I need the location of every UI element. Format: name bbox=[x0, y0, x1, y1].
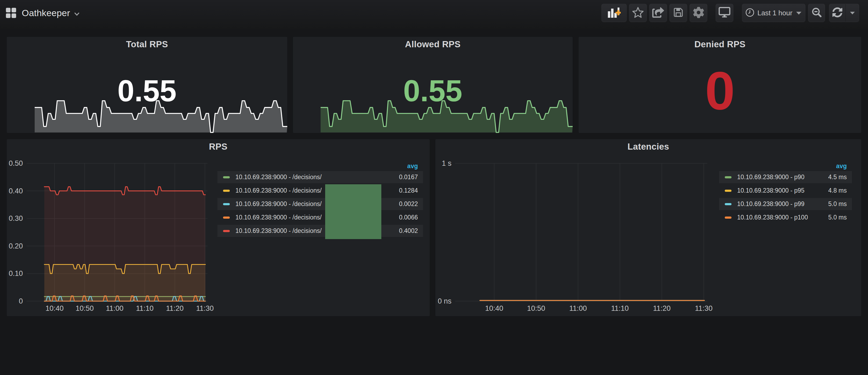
series-label[interactable]: 10.10.69.238:9000 - p99 bbox=[737, 200, 805, 208]
series-label[interactable]: 10.10.69.238:9000 - /decisions/ bbox=[236, 200, 322, 208]
legend-row: 10.10.69.238:9000 - /decisions/ 0.0167 bbox=[217, 171, 423, 183]
legend-row: 10.10.69.238:9000 - p100 5.0 ms bbox=[719, 211, 852, 223]
series-color-swatch[interactable] bbox=[725, 217, 732, 219]
x-tick-label: 11:30 bbox=[695, 304, 713, 312]
panel-allowed-rps: Allowed RPS 0.55 bbox=[293, 36, 573, 133]
y-tick-label: 0.30 bbox=[9, 214, 23, 222]
settings-button[interactable] bbox=[689, 4, 707, 22]
navbar: Oathkeeper bbox=[0, 0, 868, 29]
grafana-dashboards-grid-icon[interactable] bbox=[6, 8, 16, 18]
panel-rps: RPS 0.500.400.300.200.10010:4010:5011:00… bbox=[6, 139, 430, 316]
clock-icon bbox=[745, 8, 754, 18]
zoom-out-button[interactable] bbox=[808, 4, 825, 22]
dashboard-title-caret-icon[interactable] bbox=[74, 12, 79, 17]
x-tick-label: 10:40 bbox=[45, 304, 64, 312]
x-tick-label: 10:40 bbox=[485, 304, 503, 312]
refresh-split-button bbox=[829, 4, 859, 22]
dashboard-title[interactable]: Oathkeeper bbox=[22, 8, 70, 18]
series-fill bbox=[44, 187, 205, 301]
share-icon bbox=[652, 7, 664, 19]
y-tick-label: 0 ns bbox=[438, 297, 452, 305]
panel-denied-rps: Denied RPS 0 bbox=[578, 36, 862, 133]
panel-total-rps: Total RPS 0.55 bbox=[6, 36, 287, 133]
legend-row: 10.10.69.238:9000 - p95 4.8 ms bbox=[719, 185, 852, 197]
legend-row: 10.10.69.238:9000 - /decisions/ 0.1284 bbox=[217, 185, 423, 197]
y-tick-label: 0 bbox=[19, 297, 23, 305]
series-label[interactable]: 10.10.69.238:9000 - /decisions/ bbox=[236, 174, 322, 181]
legend-avg-header[interactable]: avg bbox=[407, 162, 418, 170]
time-range-picker[interactable]: Last 1 hour bbox=[742, 4, 805, 22]
series-color-swatch[interactable] bbox=[223, 203, 230, 205]
series-color-swatch[interactable] bbox=[725, 203, 732, 205]
panel-latencies: Latencies 1 s0 ns10:4010:5011:0011:1011:… bbox=[435, 139, 862, 316]
zoom-out-icon bbox=[811, 7, 822, 19]
x-tick-label: 11:10 bbox=[611, 304, 629, 312]
add-panel-icon bbox=[607, 7, 621, 19]
refresh-icon bbox=[832, 7, 842, 19]
x-tick-label: 10:50 bbox=[75, 304, 94, 312]
tv-mode-button[interactable] bbox=[716, 4, 733, 22]
rps-legend: avg 10.10.69.238:9000 - /decisions/ 0.01… bbox=[217, 158, 423, 238]
save-button[interactable] bbox=[670, 4, 687, 22]
x-tick-label: 11:00 bbox=[106, 304, 124, 312]
x-tick-label: 11:30 bbox=[196, 304, 214, 312]
gear-icon bbox=[693, 7, 704, 19]
series-label[interactable]: 10.10.69.238:9000 - /decisions/ bbox=[236, 187, 322, 194]
legend-row: 10.10.69.238:9000 - p90 4.5 ms bbox=[719, 171, 852, 183]
refresh-interval-caret-button[interactable] bbox=[846, 4, 859, 22]
latencies-legend: avg 10.10.69.238:9000 - p90 4.5 ms 10.10… bbox=[719, 158, 852, 225]
star-icon bbox=[632, 7, 644, 19]
series-avg-value: 4.8 ms bbox=[828, 187, 847, 194]
series-label[interactable]: 10.10.69.238:9000 - p100 bbox=[737, 214, 808, 221]
x-tick-label: 11:00 bbox=[569, 304, 587, 312]
series-avg-value: 0.1284 bbox=[399, 187, 418, 194]
time-range-label: Last 1 hour bbox=[757, 9, 792, 17]
refresh-button[interactable] bbox=[829, 4, 846, 22]
series-avg-value: 0.0167 bbox=[399, 174, 418, 181]
legend-avg-header[interactable]: avg bbox=[836, 162, 847, 170]
series-color-swatch[interactable] bbox=[725, 190, 732, 192]
x-tick-label: 10:50 bbox=[527, 304, 545, 312]
series-color-swatch[interactable] bbox=[725, 176, 732, 178]
allowed-rps-value: 0.55 bbox=[293, 37, 573, 133]
series-avg-value: 0.4002 bbox=[399, 227, 418, 235]
x-tick-label: 11:10 bbox=[136, 304, 154, 312]
series-avg-value: 0.0022 bbox=[399, 200, 418, 208]
y-tick-label: 0.20 bbox=[9, 242, 23, 250]
series-avg-value: 4.5 ms bbox=[828, 174, 847, 181]
legend-row: 10.10.69.238:9000 - /decisions/ 0.0066 bbox=[217, 211, 423, 223]
series-color-swatch[interactable] bbox=[223, 190, 230, 192]
y-tick-label: 1 s bbox=[442, 159, 452, 167]
add-panel-button[interactable] bbox=[601, 4, 627, 22]
star-button[interactable] bbox=[629, 4, 647, 22]
save-icon bbox=[673, 7, 684, 19]
time-range-caret-icon bbox=[796, 11, 802, 16]
denied-rps-value: 0 bbox=[579, 37, 861, 133]
total-rps-value: 0.55 bbox=[7, 37, 287, 133]
series-color-swatch[interactable] bbox=[223, 176, 230, 178]
legend-row: 10.10.69.238:9000 - /decisions/ 0.4002 bbox=[217, 225, 423, 237]
series-avg-value: 5.0 ms bbox=[828, 200, 847, 208]
legend-row: 10.10.69.238:9000 - /decisions/ 0.0022 bbox=[217, 198, 423, 210]
series-color-swatch[interactable] bbox=[223, 217, 230, 219]
series-label[interactable]: 10.10.69.238:9000 - /decisions/ bbox=[236, 214, 322, 221]
legend-row: 10.10.69.238:9000 - p99 5.0 ms bbox=[719, 198, 852, 210]
series-avg-value: 0.0066 bbox=[399, 214, 418, 221]
x-tick-label: 11:20 bbox=[653, 304, 671, 312]
x-tick-label: 11:20 bbox=[166, 304, 184, 312]
series-label[interactable]: 10.10.69.238:9000 - p90 bbox=[737, 174, 805, 181]
share-button[interactable] bbox=[649, 4, 667, 22]
series-label[interactable]: 10.10.69.238:9000 - p95 bbox=[737, 187, 805, 194]
series-color-swatch[interactable] bbox=[223, 230, 230, 232]
monitor-icon bbox=[719, 7, 731, 19]
series-avg-value: 5.0 ms bbox=[828, 214, 847, 221]
y-tick-label: 0.40 bbox=[9, 187, 23, 195]
series-label[interactable]: 10.10.69.238:9000 - /decisions/ bbox=[236, 227, 322, 235]
y-tick-label: 0.10 bbox=[9, 270, 23, 278]
y-tick-label: 0.50 bbox=[9, 159, 23, 167]
tooltip-artifact-overlay bbox=[325, 184, 381, 239]
